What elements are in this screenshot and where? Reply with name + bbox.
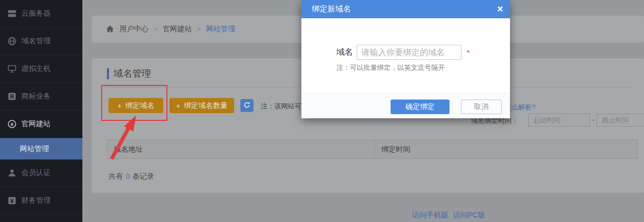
column-header-bind-time: 绑定时间 xyxy=(374,140,637,158)
confirm-bind-button[interactable]: 确定绑定 xyxy=(391,100,449,114)
breadcrumb-home[interactable]: 用户中心 xyxy=(119,24,149,34)
pc-version-link[interactable]: 访问PC版 xyxy=(453,211,485,220)
home-icon xyxy=(106,25,114,33)
footer-links: 访问手机版 访问PC版 xyxy=(412,211,485,220)
website-icon: e xyxy=(7,119,17,129)
sidebar-subitem-site-management[interactable]: 网站管理 xyxy=(0,138,82,159)
page: 云服务器 域名管理 虚拟主机 R 商标业务 e 官网建站 网 xyxy=(0,0,644,222)
bind-new-domain-modal: 绑定新域名 × 域名 * 注：可以批量绑定，以英文逗号隔开 确定绑定 取消 xyxy=(301,0,510,118)
annotation-arrow xyxy=(103,110,145,163)
record-count-number: 0 xyxy=(126,172,130,181)
sidebar-item-cloud-server[interactable]: 云服务器 xyxy=(0,0,82,28)
refresh-icon xyxy=(243,101,251,110)
refresh-button[interactable] xyxy=(240,99,253,112)
required-asterisk: * xyxy=(467,48,470,57)
modal-title: 绑定新域名 xyxy=(301,4,351,14)
column-header-domain: 域名地址 xyxy=(107,140,374,158)
sidebar-item-label: 官网建站 xyxy=(21,119,51,129)
sidebar-item-label: 云服务器 xyxy=(21,9,51,18)
section-title-text: 域名管理 xyxy=(114,67,151,80)
start-time-input[interactable] xyxy=(528,114,590,127)
sidebar-item-finance[interactable]: ¥ 财务管理 xyxy=(0,187,82,215)
close-icon[interactable]: × xyxy=(497,3,503,15)
date-range-dash: - xyxy=(592,116,594,124)
record-count-suffix: 条记录 xyxy=(132,172,154,181)
modal-footer: 确定绑定 取消 xyxy=(301,93,510,118)
sidebar: 云服务器 域名管理 虚拟主机 R 商标业务 e 官网建站 网 xyxy=(0,0,82,222)
end-time-input[interactable] xyxy=(597,114,644,127)
record-count-prefix: 共有 xyxy=(108,172,123,181)
section-title: 域名管理 xyxy=(107,67,151,80)
sidebar-item-trademark[interactable]: R 商标业务 xyxy=(0,83,82,110)
sidebar-item-member-certification[interactable]: 会员认证 xyxy=(0,159,82,187)
sidebar-item-label: 域名管理 xyxy=(21,36,51,46)
svg-text:e: e xyxy=(10,121,14,127)
sidebar-subitem-label: 网站管理 xyxy=(20,144,49,154)
globe-icon xyxy=(7,36,17,46)
breadcrumb-separator: > xyxy=(154,26,157,33)
trademark-icon: R xyxy=(7,92,17,101)
cancel-button[interactable]: 取消 xyxy=(461,100,502,114)
svg-text:R: R xyxy=(10,94,14,100)
plus-icon: + xyxy=(176,102,180,110)
svg-text:¥: ¥ xyxy=(10,198,14,204)
breadcrumb-separator: > xyxy=(197,26,201,33)
sidebar-item-label: 财务管理 xyxy=(21,196,51,205)
bind-domain-count-button[interactable]: + 绑定域名数量 xyxy=(169,98,234,113)
sidebar-item-label: 商标业务 xyxy=(21,92,51,101)
server-icon xyxy=(7,9,17,18)
batch-bind-note: 注：可以批量绑定，以英文逗号隔开 xyxy=(336,63,445,72)
mobile-version-link[interactable]: 访问手机版 xyxy=(412,211,448,220)
title-accent-bar xyxy=(107,68,109,79)
finance-icon: ¥ xyxy=(7,196,17,205)
record-count: 共有 0 条记录 xyxy=(108,172,154,181)
modal-header: 绑定新域名 × xyxy=(301,0,510,18)
domain-table-header: 域名地址 绑定时间 xyxy=(107,140,638,159)
sidebar-item-domain-management[interactable]: 域名管理 xyxy=(0,28,82,55)
sidebar-item-website-builder[interactable]: e 官网建站 xyxy=(0,110,82,138)
sidebar-item-label: 会员认证 xyxy=(21,168,51,178)
sidebar-item-label: 虚拟主机 xyxy=(21,64,51,73)
member-icon xyxy=(7,168,17,178)
domain-field-label: 域名 xyxy=(336,47,353,58)
bind-domain-count-label: 绑定域名数量 xyxy=(184,101,228,110)
breadcrumb-level1[interactable]: 官网建站 xyxy=(163,24,192,34)
breadcrumb-current: 网站管理 xyxy=(206,24,235,34)
sidebar-item-virtual-host[interactable]: 虚拟主机 xyxy=(0,55,82,83)
host-icon xyxy=(7,64,17,73)
domain-input[interactable] xyxy=(357,45,461,60)
